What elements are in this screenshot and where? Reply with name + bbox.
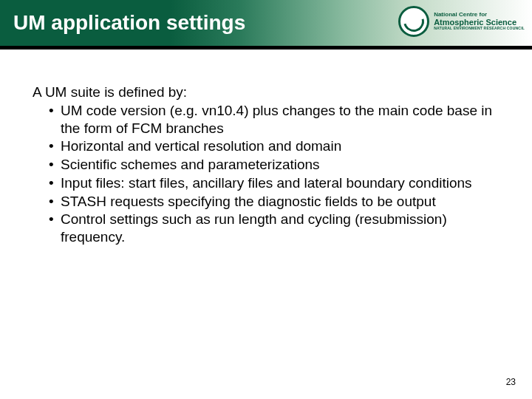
list-item: Horizontal and vertical resolution and d… [49, 137, 499, 155]
page-number: 23 [506, 377, 516, 387]
list-item: Scientific schemes and parameterizations [49, 156, 499, 174]
bullet-list: UM code version (e.g. vn10.4) plus chang… [33, 102, 499, 246]
logo-line3: Natural Environment Research Council [434, 27, 525, 30]
content-area: A UM suite is defined by: UM code versio… [0, 50, 532, 246]
list-item: STASH requests specifying the diagnostic… [49, 193, 499, 211]
header-band: UM application settings National Centre … [0, 0, 532, 46]
list-item: Control settings such as run length and … [49, 211, 499, 246]
logo-text: National Centre for Atmospheric Science … [434, 12, 525, 30]
logo-swirl-icon [398, 6, 429, 37]
intro-text: A UM suite is defined by: [33, 83, 499, 101]
organization-logo: National Centre for Atmospheric Science … [398, 6, 525, 37]
list-item: UM code version (e.g. vn10.4) plus chang… [49, 102, 499, 137]
list-item: Input files: start files, ancillary file… [49, 174, 499, 192]
slide-title: UM application settings [13, 11, 245, 35]
